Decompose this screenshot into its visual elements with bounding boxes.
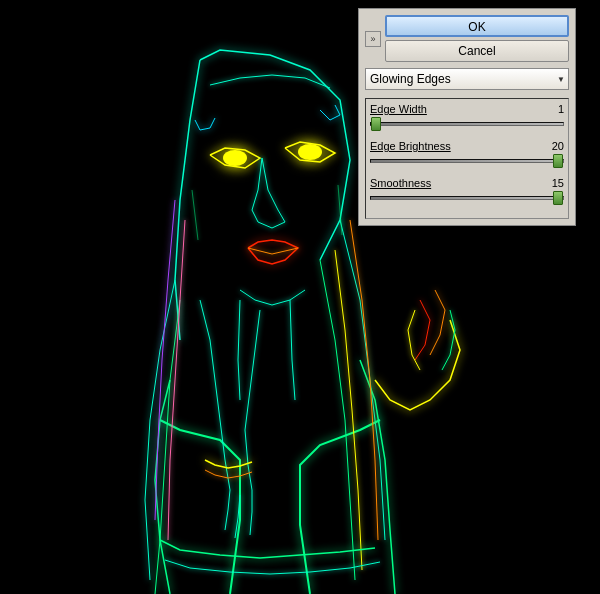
edge-width-slider[interactable] <box>370 117 564 131</box>
edge-width-label-row: Edge Width 1 <box>370 103 564 115</box>
edge-brightness-label[interactable]: Edge Brightness <box>370 140 451 152</box>
double-chevron-icon: » <box>370 34 375 44</box>
smoothness-label[interactable]: Smoothness <box>370 177 431 189</box>
filter-type-row: Glowing Edges Diffuse Glow Glass Ocean R… <box>365 68 569 90</box>
edge-width-value: 1 <box>544 103 564 115</box>
collapse-button[interactable]: » <box>365 31 381 47</box>
edge-brightness-label-row: Edge Brightness 20 <box>370 140 564 152</box>
edge-width-row: Edge Width 1 <box>370 103 564 134</box>
edge-brightness-slider[interactable] <box>370 154 564 168</box>
smoothness-slider[interactable] <box>370 191 564 205</box>
filter-type-dropdown[interactable]: Glowing Edges Diffuse Glow Glass Ocean R… <box>365 68 569 90</box>
smoothness-row: Smoothness 15 <box>370 177 564 208</box>
dialog-header: » OK Cancel <box>365 15 569 62</box>
dropdown-wrapper: Glowing Edges Diffuse Glow Glass Ocean R… <box>365 68 569 90</box>
smoothness-value: 15 <box>544 177 564 189</box>
filter-dialog: » OK Cancel Glowing Edges Diffuse Glow G… <box>358 8 576 226</box>
cancel-button[interactable]: Cancel <box>385 40 569 62</box>
edge-brightness-value: 20 <box>544 140 564 152</box>
edge-brightness-row: Edge Brightness 20 <box>370 140 564 171</box>
sliders-container: Edge Width 1 Edge Brightness 20 Smoothne… <box>365 98 569 219</box>
dialog-button-group: OK Cancel <box>385 15 569 62</box>
smoothness-label-row: Smoothness 15 <box>370 177 564 189</box>
edge-width-label[interactable]: Edge Width <box>370 103 427 115</box>
ok-button[interactable]: OK <box>385 15 569 37</box>
